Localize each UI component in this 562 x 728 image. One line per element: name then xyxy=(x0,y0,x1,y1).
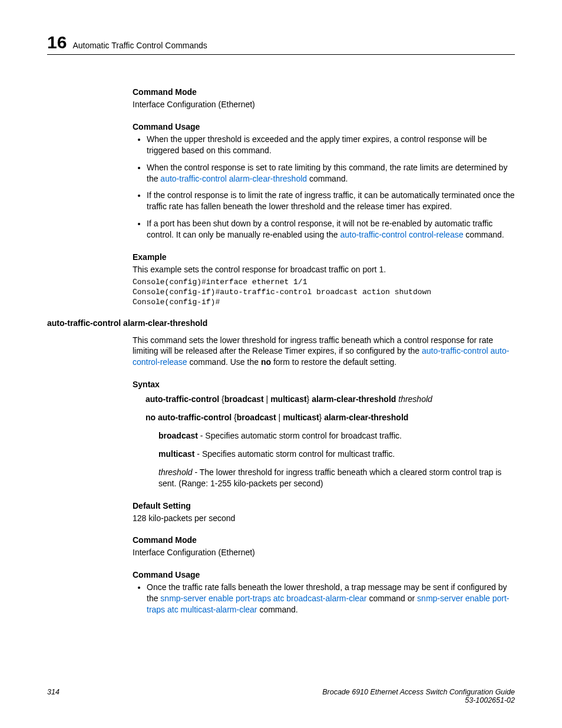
bullet-item: When the upper threshold is exceeded and… xyxy=(147,134,515,156)
p: | xyxy=(276,413,283,422)
kw: auto-traffic-control xyxy=(146,394,219,404)
param: threshold xyxy=(158,467,193,477)
param-line: broadcast - Specifies automatic storm co… xyxy=(158,430,515,442)
page-header: 16 Automatic Traffic Control Commands xyxy=(47,32,515,55)
kw: alarm-clear-threshold xyxy=(324,413,408,422)
page-number: 314 xyxy=(47,688,59,696)
heading-syntax: Syntax xyxy=(133,380,515,389)
kw: multicast xyxy=(270,394,306,404)
text: - Specifies automatic storm control for … xyxy=(198,431,402,440)
syntax-line: auto-traffic-control {broadcast | multic… xyxy=(146,394,515,405)
p: } xyxy=(307,394,312,404)
kw: no auto-traffic-control xyxy=(146,413,232,422)
heading-example: Example xyxy=(133,252,515,262)
p: { xyxy=(232,413,237,422)
code-block: Console(config)#interface ethernet 1/1 C… xyxy=(133,278,515,308)
intro-text: This command sets the lower threshold fo… xyxy=(133,335,515,368)
heading-command-usage: Command Usage xyxy=(133,122,515,131)
section-command-mode-usage: Command Mode Interface Configuration (Et… xyxy=(133,87,515,308)
kw: broadcast xyxy=(237,413,276,422)
kw: multicast xyxy=(283,413,319,422)
bullet-item: Once the traffic rate falls beneath the … xyxy=(147,582,515,615)
footer-right: Brocade 6910 Ethernet Access Switch Conf… xyxy=(322,688,515,704)
text-example: This example sets the control response f… xyxy=(133,264,515,275)
text: form to restore the default setting. xyxy=(271,357,396,367)
doc-number: 53-1002651-02 xyxy=(465,696,515,704)
kw: alarm-clear-threshold xyxy=(312,394,396,404)
chapter-title: Automatic Traffic Control Commands xyxy=(72,41,207,50)
text: command. xyxy=(463,230,504,239)
param-line: multicast - Specifies automatic storm co… xyxy=(158,449,515,460)
text-command-mode: Interface Configuration (Ethernet) xyxy=(133,547,515,558)
bullet-item: If the control response is to limit the … xyxy=(147,190,515,212)
param: threshold xyxy=(396,394,432,404)
kw: multicast xyxy=(158,449,194,459)
link-control-release[interactable]: auto-traffic-control control-release xyxy=(340,230,463,239)
section-alarm-clear-threshold: This command sets the lower threshold fo… xyxy=(133,335,515,615)
p: { xyxy=(219,394,224,404)
text: command. xyxy=(307,174,348,183)
syntax-params: broadcast - Specifies automatic storm co… xyxy=(158,430,515,489)
bullet-item: If a port has been shut down by a contro… xyxy=(147,218,515,241)
book-title: Brocade 6910 Ethernet Access Switch Conf… xyxy=(322,688,515,696)
command-usage-list: When the upper threshold is exceeded and… xyxy=(133,134,515,241)
text: - The lower threshold for ingress traffi… xyxy=(158,467,501,488)
heading-command-usage: Command Usage xyxy=(133,570,515,579)
link-alarm-clear-threshold[interactable]: auto-traffic-control alarm-clear-thresho… xyxy=(160,174,307,183)
heading-default-setting: Default Setting xyxy=(133,501,515,510)
page: 16 Automatic Traffic Control Commands Co… xyxy=(0,0,562,728)
kw: broadcast xyxy=(224,394,264,404)
heading-command-mode: Command Mode xyxy=(133,87,515,97)
link-broadcast-alarm-clear[interactable]: snmp-server enable port-traps atc broadc… xyxy=(160,594,366,603)
text: command. Use the xyxy=(187,357,261,367)
text-default-setting: 128 kilo-packets per second xyxy=(133,513,515,524)
text: command. xyxy=(257,605,298,614)
text: command or xyxy=(367,594,418,603)
syntax-line: no auto-traffic-control {broadcast | mul… xyxy=(146,412,515,423)
chapter-number: 16 xyxy=(47,32,67,52)
page-footer: 314 Brocade 6910 Ethernet Access Switch … xyxy=(47,688,515,704)
p: | xyxy=(264,394,270,404)
text: - Specifies automatic storm control for … xyxy=(194,449,395,459)
text-command-mode: Interface Configuration (Ethernet) xyxy=(133,99,515,110)
command-usage-list: Once the traffic rate falls beneath the … xyxy=(133,582,515,615)
syntax-block: auto-traffic-control {broadcast | multic… xyxy=(146,394,515,489)
kw: broadcast xyxy=(158,431,198,440)
param-line: threshold - The lower threshold for ingr… xyxy=(158,467,515,489)
heading-command-mode: Command Mode xyxy=(133,535,515,545)
bullet-item: When the control response is set to rate… xyxy=(147,162,515,185)
command-title: auto-traffic-control alarm-clear-thresho… xyxy=(47,318,515,328)
keyword-no: no xyxy=(261,357,271,367)
p: } xyxy=(319,413,325,422)
